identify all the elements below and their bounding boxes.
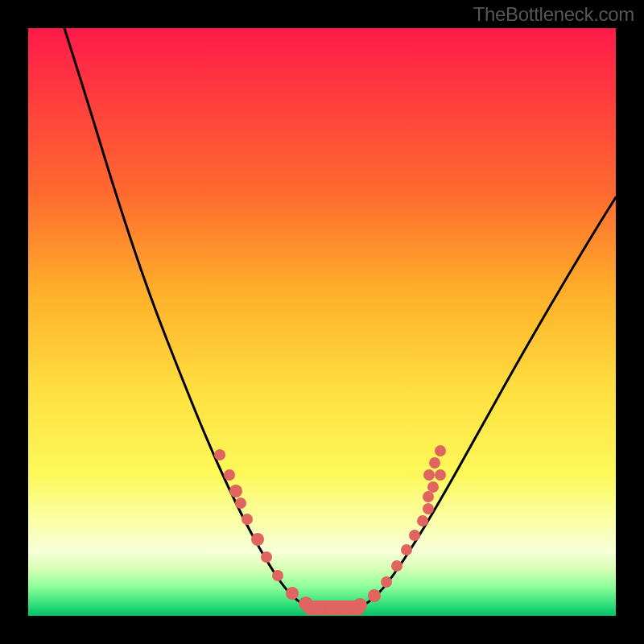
right-curve xyxy=(358,197,616,608)
scatter-dot xyxy=(242,514,253,525)
scatter-dot xyxy=(423,469,435,481)
scatter-dot xyxy=(214,449,225,460)
scatter-dot xyxy=(423,491,434,502)
plot-area xyxy=(28,28,616,616)
scatter-dot xyxy=(251,533,264,546)
scatter-dot xyxy=(286,587,299,600)
left-curve xyxy=(64,28,310,608)
scatter-dot xyxy=(368,589,381,602)
scatter-dot xyxy=(272,570,283,581)
scatter-dot xyxy=(391,560,402,572)
curve-layer xyxy=(28,28,616,616)
scatter-dot xyxy=(235,497,246,509)
scatter-dot xyxy=(381,576,392,588)
watermark-text: TheBottleneck.com xyxy=(473,3,634,26)
scatter-dot xyxy=(229,485,242,497)
chart-frame: TheBottleneck.com xyxy=(0,0,644,644)
scatter-dot xyxy=(353,598,367,613)
scatter-dot xyxy=(339,601,353,615)
scatter-dot xyxy=(325,601,340,615)
scatter-dot xyxy=(261,551,272,563)
scatter-dot xyxy=(409,530,420,541)
scatter-dot xyxy=(427,481,439,493)
scatter-dot xyxy=(311,601,325,615)
scatter-dot xyxy=(429,457,440,469)
scatter-dot xyxy=(435,445,446,456)
scatter-dot xyxy=(435,469,446,481)
scatter-dot xyxy=(224,469,235,481)
scatter-dot xyxy=(423,503,434,514)
scatter-dot xyxy=(401,544,412,555)
scatter-dot xyxy=(417,515,428,526)
